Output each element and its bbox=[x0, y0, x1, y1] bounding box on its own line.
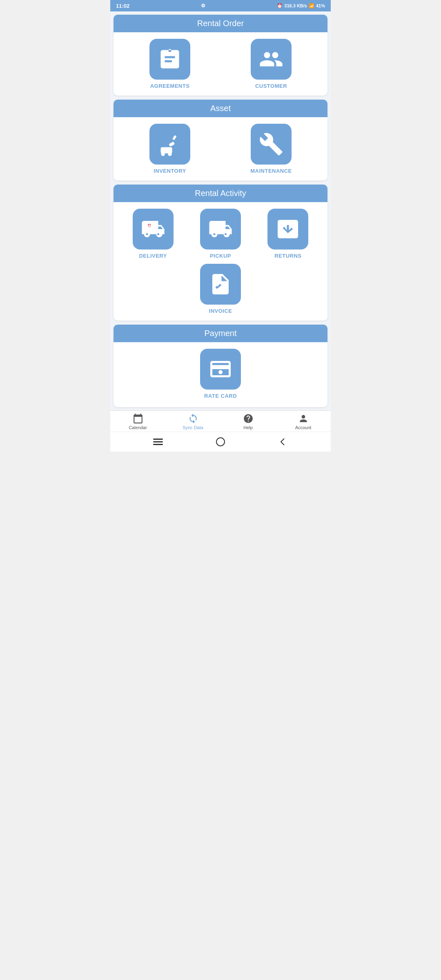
pickup-icon bbox=[200, 209, 241, 249]
rental-order-header: Rental Order bbox=[114, 15, 327, 32]
invoice-label: INVOICE bbox=[209, 308, 232, 314]
status-bar: 11:02 ⚙ ⏰ 316.3 KB/s 📶 41% bbox=[110, 0, 331, 11]
status-right: ⏰ 316.3 KB/s 📶 41% bbox=[277, 3, 325, 9]
asset-header: Asset bbox=[114, 100, 327, 117]
pickup-item[interactable]: PICKUP bbox=[196, 209, 245, 259]
signal-text: 316.3 KB/s bbox=[284, 3, 307, 8]
nav-calendar-label: Calendar bbox=[129, 425, 147, 430]
system-nav-bar bbox=[110, 432, 331, 452]
sync-icon bbox=[188, 413, 198, 424]
settings-icon: ⚙ bbox=[201, 3, 205, 9]
nav-account[interactable]: Account bbox=[291, 413, 316, 430]
calendar-icon bbox=[133, 413, 143, 424]
rental-activity-body: ⏰ DELIVERY PICKUP bbox=[114, 202, 327, 321]
nav-sync-data[interactable]: Sync Data bbox=[181, 413, 205, 430]
returns-icon bbox=[267, 209, 308, 249]
agreements-icon bbox=[149, 39, 190, 80]
svg-rect-1 bbox=[169, 141, 175, 147]
invoice-icon bbox=[200, 264, 241, 305]
svg-point-7 bbox=[218, 370, 223, 374]
help-icon bbox=[243, 413, 254, 424]
back-chevron-icon bbox=[278, 437, 288, 447]
svg-point-11 bbox=[216, 438, 225, 446]
svg-rect-10 bbox=[153, 444, 163, 445]
home-button[interactable] bbox=[215, 436, 226, 448]
pickup-label: PICKUP bbox=[210, 253, 231, 259]
asset-body: INVENTORY MAINTENANCE bbox=[114, 117, 327, 180]
svg-rect-8 bbox=[153, 439, 163, 440]
nav-help[interactable]: Help bbox=[236, 413, 261, 430]
inventory-item[interactable]: INVENTORY bbox=[145, 124, 194, 174]
rental-order-section: Rental Order AGREEMENTS CUSTOMER bbox=[114, 15, 327, 96]
svg-rect-9 bbox=[153, 441, 163, 443]
hamburger-icon bbox=[153, 437, 163, 447]
svg-point-4 bbox=[168, 152, 172, 156]
rate-card-item[interactable]: RATE CARD bbox=[196, 349, 245, 399]
status-time: 11:02 bbox=[116, 3, 129, 9]
customer-item[interactable]: CUSTOMER bbox=[247, 39, 296, 89]
delivery-icon: ⏰ bbox=[133, 209, 174, 249]
nav-sync-label: Sync Data bbox=[183, 425, 203, 430]
delivery-label: DELIVERY bbox=[139, 253, 167, 259]
svg-text:⏰: ⏰ bbox=[147, 224, 151, 227]
rental-activity-header: Rental Activity bbox=[114, 185, 327, 202]
returns-label: RETURNS bbox=[274, 253, 301, 259]
rate-card-label: RATE CARD bbox=[204, 393, 237, 399]
svg-point-3 bbox=[161, 152, 165, 156]
nav-help-label: Help bbox=[243, 425, 253, 430]
menu-button[interactable] bbox=[152, 436, 164, 448]
alarm-icon: ⏰ bbox=[277, 3, 283, 9]
circle-icon bbox=[216, 437, 225, 447]
rental-order-body: AGREEMENTS CUSTOMER bbox=[114, 32, 327, 96]
wifi-icon: 📶 bbox=[309, 3, 314, 9]
returns-item[interactable]: RETURNS bbox=[263, 209, 312, 259]
agreements-label: AGREEMENTS bbox=[150, 83, 190, 89]
payment-header: Payment bbox=[114, 325, 327, 342]
maintenance-label: MAINTENANCE bbox=[250, 168, 292, 174]
rate-card-icon bbox=[200, 349, 241, 390]
back-button[interactable] bbox=[277, 436, 289, 448]
asset-section: Asset INVENTORY bbox=[114, 100, 327, 180]
maintenance-item[interactable]: MAINTENANCE bbox=[247, 124, 296, 174]
payment-body: RATE CARD bbox=[114, 342, 327, 407]
battery-text: 41% bbox=[316, 3, 325, 8]
customer-label: CUSTOMER bbox=[255, 83, 287, 89]
nav-account-label: Account bbox=[295, 425, 312, 430]
rental-activity-section: Rental Activity ⏰ DELIVERY bbox=[114, 185, 327, 321]
customer-icon bbox=[251, 39, 292, 80]
inventory-label: INVENTORY bbox=[154, 168, 186, 174]
main-content: Rental Order AGREEMENTS CUSTOMER bbox=[110, 11, 331, 410]
inventory-icon bbox=[149, 124, 190, 165]
svg-rect-2 bbox=[172, 135, 176, 140]
payment-section: Payment RATE CARD bbox=[114, 325, 327, 407]
maintenance-icon bbox=[251, 124, 292, 165]
account-icon bbox=[298, 413, 309, 424]
delivery-item[interactable]: ⏰ DELIVERY bbox=[129, 209, 178, 259]
nav-calendar[interactable]: Calendar bbox=[126, 413, 150, 430]
agreements-item[interactable]: AGREEMENTS bbox=[145, 39, 194, 89]
bottom-nav: Calendar Sync Data Help Account bbox=[110, 410, 331, 432]
invoice-item[interactable]: INVOICE bbox=[196, 264, 245, 314]
